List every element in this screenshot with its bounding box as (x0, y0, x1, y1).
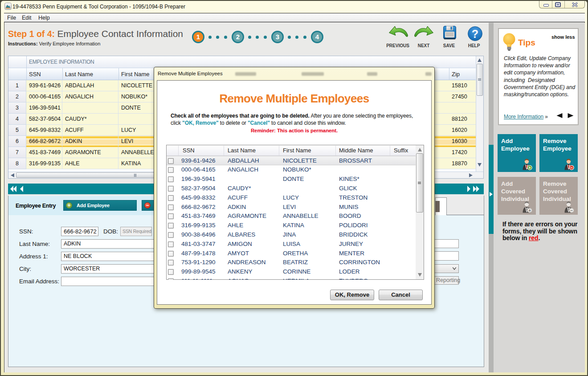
svg-text:?: ? (472, 28, 478, 40)
svg-text:−: − (570, 165, 573, 170)
svg-text:−: − (570, 208, 573, 213)
svg-text:+: + (528, 165, 531, 170)
svg-text:+: + (528, 208, 531, 213)
